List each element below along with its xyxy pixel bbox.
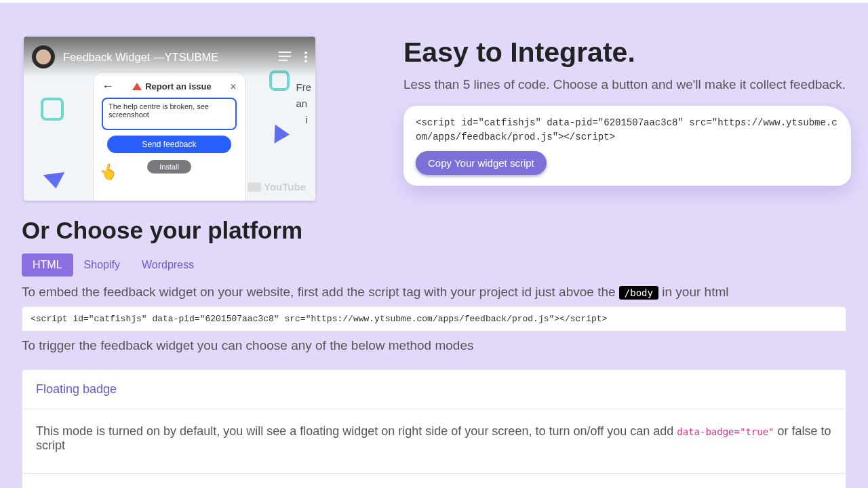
platform-tabs: HTML Shopify Wordpress: [22, 253, 846, 277]
phone-mockup: ← Report an issue ✕ The help centre is b…: [93, 72, 245, 201]
mock-dialog-title: Report an issue: [132, 81, 212, 92]
hero-subtext: Less than 5 lines of code. Choose a butt…: [403, 75, 851, 95]
cursor-hand-icon: 👆: [97, 161, 119, 183]
tab-shopify[interactable]: Shopify: [73, 253, 131, 277]
script-code: <script id="catfishjs" data-pid="6201507…: [416, 116, 839, 144]
accordion-floating-badge[interactable]: Floating badge: [22, 370, 846, 409]
video-title: Feedback Widget —YTSUBME: [63, 51, 271, 64]
kebab-menu-icon[interactable]: [304, 52, 307, 62]
embed-instruction: To embed the feedback widget on your web…: [22, 285, 846, 300]
mock-install-pill: Install: [147, 160, 191, 174]
script-code-card: <script id="catfishjs" data-pid="6201507…: [403, 106, 851, 186]
playlist-icon[interactable]: [279, 52, 291, 61]
copy-script-button[interactable]: Copy Your widget script: [416, 151, 547, 175]
trigger-instruction: To trigger the feedback widget you can c…: [22, 338, 846, 353]
channel-avatar: [32, 45, 55, 68]
hero-heading: Easy to Integrate.: [403, 37, 851, 68]
accordion-floating-body: This mode is turned on by default, you w…: [22, 409, 846, 474]
tab-html[interactable]: HTML: [22, 253, 73, 277]
mock-back-icon: ←: [102, 79, 114, 94]
tab-wordpress[interactable]: Wordpress: [131, 253, 205, 277]
modes-accordion: Floating badge This mode is turned on by…: [22, 369, 846, 488]
video-text-peek: Fre an i: [296, 79, 312, 128]
mock-close-icon: ✕: [230, 82, 237, 92]
youtube-watermark[interactable]: YouTube: [248, 181, 306, 192]
mock-input: The help centre is broken, see screensho…: [102, 98, 237, 130]
inline-code-badge: data-badge="true": [677, 426, 774, 437]
body-tag-badge: /body: [619, 286, 658, 300]
warning-icon: [132, 83, 142, 90]
mock-send-button: Send feedback: [107, 136, 231, 153]
youtube-icon: [248, 182, 261, 192]
accordion-custom-button[interactable]: Custom button: [22, 474, 846, 488]
embed-code-box: <script id="catfishjs" data-pid="6201507…: [22, 306, 846, 331]
platform-heading: Or Choose your platform: [22, 217, 846, 244]
video-embed[interactable]: Fre an i ← Report an issue ✕: [24, 37, 315, 201]
